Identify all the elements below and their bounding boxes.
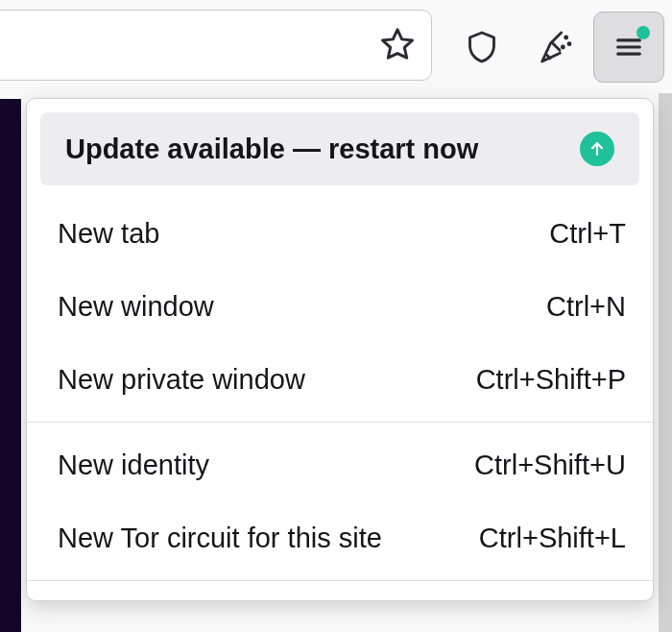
menu-separator: [27, 580, 653, 581]
update-banner-label: Update available — restart now: [65, 134, 478, 165]
svg-point-0: [565, 36, 567, 38]
url-bar[interactable]: [0, 10, 432, 81]
svg-point-2: [562, 46, 564, 48]
toolbar-buttons: [445, 0, 672, 93]
app-menu-button[interactable]: [593, 12, 664, 83]
shield-icon: [463, 28, 501, 66]
star-icon[interactable]: [377, 25, 418, 65]
menu-item-shortcut: Ctrl+N: [546, 291, 626, 323]
menu-item-shortcut: Ctrl+T: [549, 218, 626, 250]
menu-item-shortcut: Ctrl+Shift+P: [476, 364, 626, 396]
menu-separator: [27, 422, 653, 423]
menu-item-label: New identity: [58, 450, 209, 481]
broom-button[interactable]: [520, 12, 589, 82]
broom-icon: [536, 28, 574, 66]
menu-item-new-private-window[interactable]: New private window Ctrl+Shift+P: [27, 343, 653, 416]
menu-item-new-tor-circuit[interactable]: New Tor circuit for this site Ctrl+Shift…: [27, 501, 653, 574]
menu-item-label: New private window: [58, 364, 305, 396]
menu-item-label: New window: [58, 291, 214, 323]
scrollbar[interactable]: [659, 93, 672, 632]
menu-update-banner[interactable]: Update available — restart now: [40, 112, 639, 185]
menu-item-shortcut: Ctrl+Shift+L: [479, 523, 626, 554]
shield-button[interactable]: [447, 12, 516, 82]
menu-item-new-identity[interactable]: New identity Ctrl+Shift+U: [27, 428, 653, 501]
menu-item-label: New Tor circuit for this site: [58, 523, 382, 554]
page-content-sliver: [0, 99, 21, 632]
svg-point-1: [568, 42, 570, 44]
update-arrow-icon: [580, 132, 614, 166]
update-indicator-dot: [636, 26, 650, 39]
app-menu-panel: Update available — restart now New tab C…: [26, 98, 654, 601]
browser-toolbar: [0, 0, 672, 94]
menu-item-new-window[interactable]: New window Ctrl+N: [27, 270, 653, 343]
menu-item-new-tab[interactable]: New tab Ctrl+T: [27, 197, 653, 270]
menu-item-shortcut: Ctrl+Shift+U: [474, 450, 626, 481]
menu-item-label: New tab: [58, 218, 159, 250]
